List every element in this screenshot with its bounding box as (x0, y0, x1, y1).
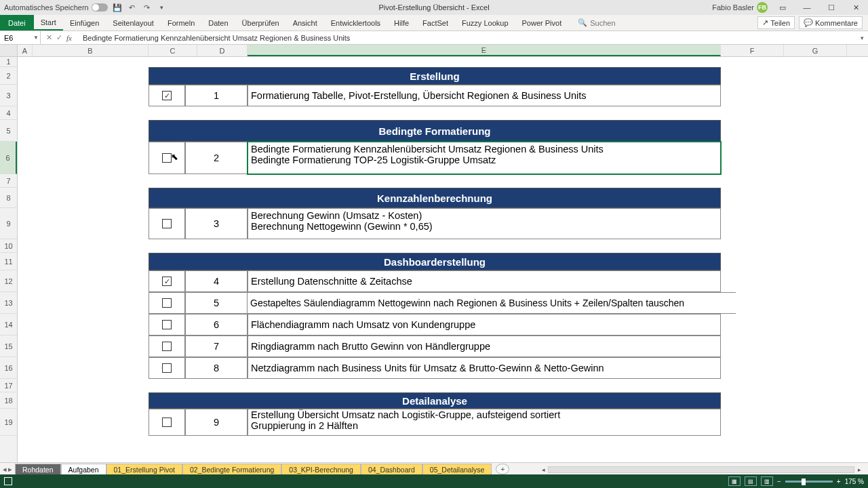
ribbon-tab-home[interactable]: Start (34, 15, 63, 30)
col-header-e[interactable]: E (248, 45, 721, 56)
row-header[interactable]: 8 (0, 188, 17, 208)
sheet-tab-aufgaben[interactable]: Aufgaben (61, 464, 106, 474)
row-header[interactable]: 12 (0, 270, 17, 292)
row-header[interactable]: 14 (0, 314, 17, 336)
sheet-tab-03[interactable]: 03_KPI-Berechnung (281, 464, 361, 474)
formula-bar: E6▼ ✕ ✓ fx Bedingte Formatierung Kennzah… (0, 31, 868, 45)
close-icon[interactable]: ✕ (846, 1, 865, 14)
zoom-level[interactable]: 175 % (845, 478, 864, 485)
task-number: 9 (185, 409, 248, 436)
share-icon: ↗ (762, 18, 768, 27)
ribbon-tab-fuzzylookup[interactable]: Fuzzy Lookup (455, 15, 515, 30)
autosave-label: Automatisches Speichern (4, 3, 89, 12)
checkbox-cell[interactable] (149, 292, 185, 314)
autosave-toggle[interactable]: Automatisches Speichern (4, 3, 108, 12)
checkbox-cell[interactable] (149, 409, 185, 436)
checkbox-cell[interactable] (149, 336, 185, 357)
share-button[interactable]: ↗Teilen (757, 16, 795, 29)
row-header[interactable]: 16 (0, 357, 17, 379)
ribbon-tab-insert[interactable]: Einfügen (63, 15, 106, 30)
zoom-in-icon[interactable]: + (837, 478, 841, 485)
ribbon-tab-data[interactable]: Daten (201, 15, 235, 30)
redo-icon[interactable]: ↷ (142, 2, 153, 13)
task-number: 3 (185, 208, 248, 239)
formula-input[interactable]: Bedingte Formatierung Kennzahlenübersich… (77, 34, 856, 42)
row-header[interactable]: 6 (0, 142, 17, 174)
cancel-icon[interactable]: ✕ (46, 33, 52, 42)
expand-formula-icon[interactable]: ▾ (856, 35, 868, 41)
row-header[interactable]: 19 (0, 409, 17, 436)
row-header[interactable]: 2 (0, 67, 17, 85)
user-account[interactable]: Fabio Basler FB (712, 2, 768, 13)
sheet-tab-04[interactable]: 04_Dashboard (361, 464, 422, 474)
toggle-off-icon (92, 3, 108, 12)
sheet-tab-05[interactable]: 05_Detailanalyse (422, 464, 492, 474)
col-header-c[interactable]: C (149, 45, 197, 56)
tell-me-search[interactable]: 🔍 (578, 18, 644, 27)
fx-icon[interactable]: fx (66, 34, 72, 42)
ribbon-tab-file[interactable]: Datei (0, 15, 34, 30)
ribbon-display-options-icon[interactable]: ▭ (773, 1, 792, 14)
task-number: 2 (185, 142, 248, 174)
ribbon-tab-help[interactable]: Hilfe (387, 15, 416, 30)
checkbox-cell[interactable] (149, 85, 185, 106)
row-header[interactable]: 9 (0, 208, 17, 239)
ribbon-tab-factset[interactable]: FactSet (416, 15, 455, 30)
checkbox-cell[interactable] (149, 314, 185, 336)
pagebreak-view-icon[interactable]: ▥ (761, 476, 773, 486)
ribbon-tab-view[interactable]: Ansicht (286, 15, 324, 30)
col-header-b[interactable]: B (33, 45, 149, 56)
checkbox-cell[interactable]: ⬉ (149, 142, 185, 174)
row-header[interactable]: 1 (0, 57, 17, 67)
qat-customize-icon[interactable]: ▾ (157, 2, 167, 13)
row-header[interactable]: 3 (0, 85, 17, 106)
pagelayout-view-icon[interactable]: ▤ (745, 476, 757, 486)
maximize-icon[interactable]: ☐ (822, 1, 841, 14)
row-header[interactable]: 13 (0, 292, 17, 314)
col-header-f[interactable]: F (721, 45, 784, 56)
task-text: Gestapeltes Säulendiagramm Nettogewinn n… (248, 292, 736, 314)
comments-button[interactable]: 💬Kommentare (799, 16, 863, 29)
row-header[interactable]: 15 (0, 336, 17, 357)
minimize-icon[interactable]: — (797, 1, 816, 14)
checkbox-cell[interactable] (149, 270, 185, 292)
add-sheet-button[interactable]: + (496, 464, 509, 474)
ribbon-tab-formulas[interactable]: Formeln (161, 15, 201, 30)
grid-area[interactable]: Erstellung 1 Formatierung Tabelle, Pivot… (18, 57, 868, 462)
row-header[interactable]: 5 (0, 120, 17, 142)
tab-nav[interactable]: ◂▸ (0, 463, 15, 474)
ribbon-tab-review[interactable]: Überprüfen (235, 15, 286, 30)
normal-view-icon[interactable]: ▦ (728, 476, 741, 486)
undo-icon[interactable]: ↶ (127, 2, 138, 13)
checkbox-cell[interactable] (149, 208, 185, 239)
zoom-slider[interactable] (785, 481, 833, 483)
row-header[interactable]: 10 (0, 239, 17, 253)
name-box[interactable]: E6▼ (0, 31, 41, 44)
row-header[interactable]: 18 (0, 392, 17, 409)
row-header[interactable]: 4 (0, 106, 17, 120)
task-text: Netzdiagramm nach Business Units für Ums… (248, 357, 721, 379)
checkbox-cell[interactable] (149, 357, 185, 379)
task-number: 4 (185, 270, 248, 292)
save-icon[interactable]: 💾 (112, 2, 123, 13)
row-header[interactable]: 11 (0, 253, 17, 270)
col-header-d[interactable]: D (197, 45, 248, 56)
horizontal-scrollbar[interactable]: ◂ ▸ (538, 465, 864, 474)
col-header-g[interactable]: G (784, 45, 847, 56)
confirm-icon[interactable]: ✓ (56, 33, 62, 42)
search-input[interactable] (590, 19, 644, 27)
ribbon-tab-powerpivot[interactable]: Power Pivot (515, 15, 569, 30)
select-all-corner[interactable] (0, 45, 18, 56)
user-avatar-icon: FB (757, 2, 768, 13)
sheet-tab-01[interactable]: 01_Erstellung Pivot (106, 464, 182, 474)
sheet-tab-rohdaten[interactable]: Rohdaten (15, 464, 61, 474)
col-header-a[interactable]: A (18, 45, 33, 56)
row-header[interactable]: 17 (0, 379, 17, 392)
ribbon-tab-pagelayout[interactable]: Seitenlayout (106, 15, 161, 30)
zoom-out-icon[interactable]: − (777, 478, 781, 485)
sheet-tab-02[interactable]: 02_Bedingte Formatierung (182, 464, 281, 474)
document-title: Pivot-Erstellung Übersicht - Excel (378, 3, 489, 12)
row-header[interactable]: 7 (0, 174, 17, 188)
macro-record-icon[interactable] (4, 477, 12, 485)
ribbon-tab-developer[interactable]: Entwicklertools (324, 15, 387, 30)
